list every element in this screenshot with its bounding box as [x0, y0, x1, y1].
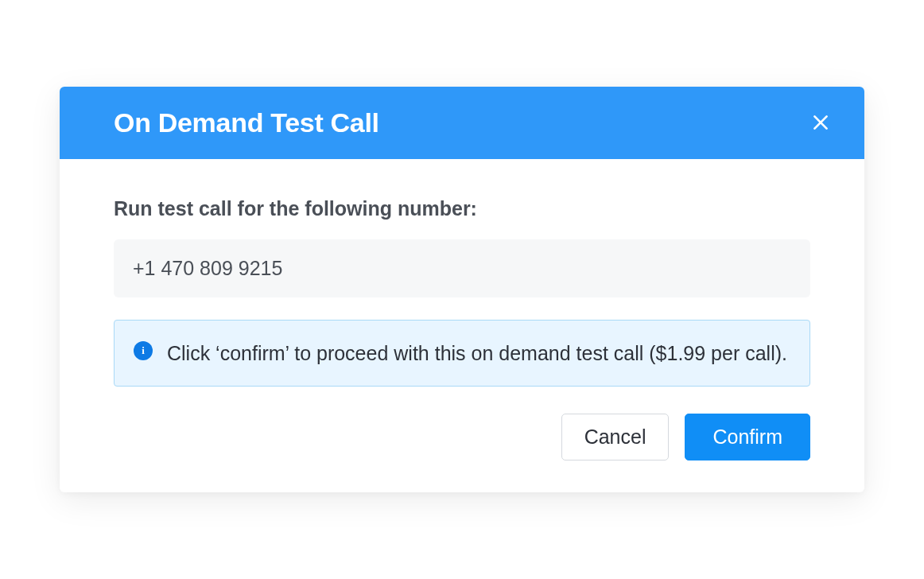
info-icon: i [134, 341, 153, 360]
prompt-text: Run test call for the following number: [114, 197, 810, 220]
info-banner: i Click ‘confirm’ to proceed with this o… [114, 320, 810, 387]
modal-body: Run test call for the following number: … [60, 159, 864, 493]
info-message: Click ‘confirm’ to proceed with this on … [167, 338, 787, 369]
cancel-button[interactable]: Cancel [561, 414, 670, 460]
modal-header: On Demand Test Call [60, 87, 864, 159]
confirm-button[interactable]: Confirm [685, 414, 810, 460]
close-button[interactable] [806, 107, 836, 138]
modal-dialog: On Demand Test Call Run test call for th… [60, 87, 864, 493]
close-icon [810, 112, 831, 133]
phone-number-input[interactable] [114, 239, 810, 297]
modal-actions: Cancel Confirm [114, 414, 810, 460]
modal-title: On Demand Test Call [114, 107, 379, 138]
